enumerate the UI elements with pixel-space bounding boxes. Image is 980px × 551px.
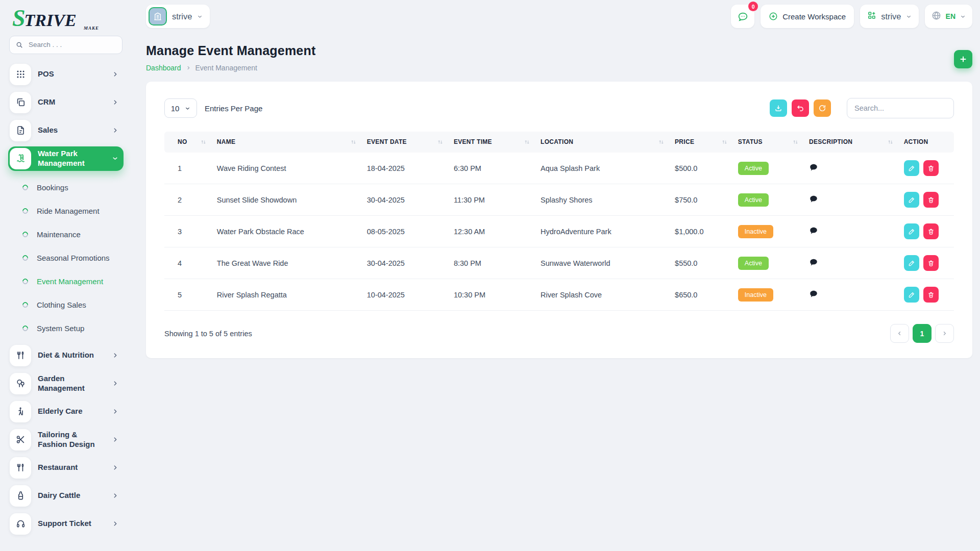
table-row: 1 Wave Riding Contest 18-04-2025 6:30 PM…	[164, 153, 954, 184]
sort-icon[interactable]	[437, 139, 444, 145]
sort-icon[interactable]	[200, 139, 207, 145]
pencil-icon	[908, 291, 915, 298]
description-bubble-icon[interactable]	[809, 289, 818, 298]
sidebar-submenu: Bookings Ride Management Maintenance Sea…	[8, 174, 124, 343]
undo-button[interactable]	[792, 99, 809, 117]
table-row: 5 River Splash Regatta 10-04-2025 10:30 …	[164, 279, 954, 311]
pagination-page-1[interactable]: 1	[913, 324, 932, 343]
entries-per-page-label: Entries Per Page	[205, 104, 262, 113]
cell-event-time: 10:30 PM	[449, 279, 535, 311]
pos-grid-icon	[10, 64, 31, 85]
chevron-right-icon	[112, 380, 118, 387]
edit-button[interactable]	[904, 255, 919, 271]
sidebar-subitem-system-setup[interactable]: System Setup	[16, 317, 124, 340]
refresh-button[interactable]	[814, 99, 831, 117]
column-header-event-date[interactable]: EVENT DATE	[362, 132, 449, 153]
cell-no: 1	[164, 153, 212, 184]
edit-button[interactable]	[904, 192, 919, 208]
add-event-button[interactable]	[954, 50, 972, 68]
language-selector[interactable]: EN	[925, 5, 972, 28]
export-download-button[interactable]	[770, 99, 787, 117]
cell-description	[804, 216, 899, 247]
sidebar-subitem-seasonal-promotions[interactable]: Seasonal Promotions	[16, 246, 124, 270]
column-label: LOCATION	[541, 138, 573, 145]
pagination-next-button[interactable]	[935, 324, 954, 343]
column-header-location[interactable]: LOCATION	[535, 132, 670, 153]
sidebar-item-water-park-management[interactable]: Water Park Management	[8, 146, 124, 171]
sidebar-subitem-event-management[interactable]: Event Management	[16, 270, 124, 293]
sidebar-subitem-clothing-sales[interactable]: Clothing Sales	[16, 293, 124, 317]
sidebar-subitem-ride-management[interactable]: Ride Management	[16, 199, 124, 223]
sidebar-item-crm[interactable]: CRM	[8, 90, 124, 115]
column-header-name[interactable]: NAME	[212, 132, 362, 153]
sidebar-subitem-maintenance[interactable]: Maintenance	[16, 223, 124, 246]
delete-button[interactable]	[923, 255, 939, 271]
sort-icon[interactable]	[792, 139, 799, 145]
delete-button[interactable]	[923, 160, 939, 176]
breadcrumb-dashboard-link[interactable]: Dashboard	[146, 64, 181, 72]
cell-event-time: 6:30 PM	[449, 153, 535, 184]
showing-entries-text: Showing 1 to 5 of 5 entries	[164, 330, 252, 338]
column-header-event-time[interactable]: EVENT TIME	[449, 132, 535, 153]
cell-event-date: 30-04-2025	[362, 184, 449, 216]
column-header-status[interactable]: STATUS	[733, 132, 804, 153]
edit-button[interactable]	[904, 287, 919, 303]
chevron-right-icon	[112, 492, 118, 499]
description-bubble-icon[interactable]	[809, 226, 818, 235]
description-bubble-icon[interactable]	[809, 194, 818, 204]
sidebar-item-garden-management[interactable]: Garden Management	[8, 371, 124, 396]
sidebar-item-elderly-care[interactable]: Elderly Care	[8, 399, 124, 424]
chevron-left-icon	[897, 331, 902, 336]
table-search-input[interactable]	[847, 98, 954, 118]
sidebar-search[interactable]	[9, 36, 122, 54]
table-row: 3 Water Park Obstacle Race 08-05-2025 12…	[164, 216, 954, 247]
column-header-no[interactable]: NO	[164, 132, 212, 153]
headset-icon	[10, 513, 31, 535]
sort-icon[interactable]	[887, 139, 894, 145]
sidebar-search-input[interactable]	[28, 40, 116, 49]
breadcrumb: Dashboard Event Management	[146, 64, 315, 72]
delete-button[interactable]	[923, 223, 939, 239]
sidebar-item-pos[interactable]: POS	[8, 62, 124, 87]
page-head: Manage Event Management Dashboard Event …	[146, 43, 972, 72]
sort-icon[interactable]	[721, 139, 728, 145]
delete-button[interactable]	[923, 287, 939, 303]
submenu-dot-icon	[21, 301, 30, 309]
sidebar-item-tailoring-fashion-design[interactable]: Tailoring & Fashion Design	[8, 428, 124, 452]
pagination-prev-button[interactable]	[890, 324, 909, 343]
chevron-right-icon	[112, 464, 118, 471]
sort-icon[interactable]	[350, 139, 357, 145]
create-workspace-button[interactable]: Create Workspace	[761, 5, 854, 28]
entries-per-page-select[interactable]: 10	[164, 98, 197, 118]
sidebar-item-sales[interactable]: Sales	[8, 118, 124, 143]
column-label: EVENT TIME	[454, 138, 492, 145]
sort-icon[interactable]	[658, 139, 665, 145]
sort-icon[interactable]	[524, 139, 530, 145]
org-selector[interactable]: strive	[860, 5, 918, 28]
chat-button[interactable]: 0	[731, 5, 754, 28]
sidebar-item-diet-nutrition[interactable]: Diet & Nutrition	[8, 343, 124, 368]
submenu-dot-icon	[21, 278, 30, 286]
edit-button[interactable]	[904, 223, 919, 239]
description-bubble-icon[interactable]	[809, 258, 818, 267]
sidebar-item-dairy-cattle[interactable]: Dairy Cattle	[8, 484, 124, 508]
column-header-price[interactable]: PRICE	[670, 132, 733, 153]
chevron-right-icon	[112, 436, 118, 443]
column-header-description[interactable]: DESCRIPTION	[804, 132, 899, 153]
chevron-down-icon	[197, 14, 203, 19]
cell-event-date: 10-04-2025	[362, 279, 449, 311]
delete-button[interactable]	[923, 192, 939, 208]
sidebar-item-restaurant[interactable]: Restaurant	[8, 456, 124, 480]
cell-no: 3	[164, 216, 212, 247]
workspace-selector[interactable]: strive	[146, 5, 210, 28]
sidebar-subitem-bookings[interactable]: Bookings	[16, 176, 124, 199]
chevron-right-icon	[112, 352, 118, 359]
cell-price: $1,000.0	[670, 216, 733, 247]
refresh-icon	[818, 104, 826, 112]
sidebar-item-support-ticket[interactable]: Support Ticket	[8, 512, 124, 536]
create-workspace-label: Create Workspace	[782, 12, 846, 21]
cell-status: Inactive	[733, 216, 804, 247]
edit-button[interactable]	[904, 160, 919, 176]
description-bubble-icon[interactable]	[809, 163, 818, 172]
breadcrumb-current: Event Management	[195, 64, 257, 72]
